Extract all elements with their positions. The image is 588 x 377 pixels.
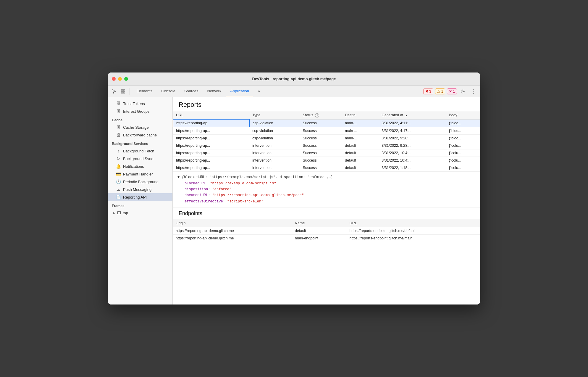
sidebar-item-trust-tokens[interactable]: 🗄 Trust Tokens [108,100,172,107]
col-type: Type [249,111,300,119]
sidebar-section-frames: Frames [108,201,172,209]
db-icon: 🗄 [116,101,121,106]
sidebar-item-interest-groups[interactable]: 🗄 Interest Groups [108,107,172,115]
sidebar-item-push-messaging[interactable]: ☁ Push Messaging [108,186,172,193]
cell-type: intervention [249,164,300,172]
errors2-badge[interactable]: ✖ 1 [447,88,457,94]
errors-badge[interactable]: ✖ 3 [423,88,433,94]
cell-status: Success [300,142,342,149]
minimize-button[interactable] [118,77,122,81]
devtools-window: DevTools - reporting-api-demo.glitch.me/… [108,72,480,304]
table-row[interactable]: https://reporting-ap... csp-violation Su… [173,119,480,127]
sidebar-item-bg-sync[interactable]: ↻ Background Sync [108,155,172,162]
cell-status: Success [300,135,342,142]
ep-cell-name: main-endpoint [292,235,347,242]
cloud-icon: ☁ [116,187,121,192]
svg-rect-3 [123,92,125,93]
cell-url: https://reporting-ap... [173,135,249,142]
sidebar-label-bg-sync: Background Sync [123,157,153,161]
tab-sources[interactable]: Sources [180,86,203,97]
col-status: Status ? [300,111,342,119]
sidebar-label-push: Push Messaging [123,187,151,192]
endpoints-row[interactable]: https://reporting-api-demo.glitch.me def… [173,227,480,235]
endpoints-row[interactable]: https://reporting-api-demo.glitch.me mai… [173,235,480,242]
sync-icon: ↻ [116,156,121,161]
settings-button[interactable] [459,88,467,95]
cell-url: https://reporting-ap... [173,164,249,172]
cursor-icon-btn[interactable] [110,88,118,95]
toolbar-right: ✖ 3 ⚠ 1 ✖ 1 ⋮ [423,87,478,96]
frame-icon: 🗔 [117,211,121,215]
tab-application[interactable]: Application [226,86,253,97]
tab-network[interactable]: Network [203,86,226,97]
main-layout: 🗄 Trust Tokens 🗄 Interest Groups Cache 🗄… [108,97,480,304]
maximize-button[interactable] [124,77,128,81]
sidebar-item-cache-storage[interactable]: 🗄 Cache Storage [108,123,172,131]
kebab-icon: ⋮ [471,88,476,95]
sidebar-label-top: top [123,211,128,215]
updown-icon: ↕ [116,149,121,153]
cell-status: Success [300,149,342,157]
close-button[interactable] [112,77,116,81]
table-row[interactable]: https://reporting-ap... csp-violation Su… [173,135,480,142]
col-url: URL [173,111,249,119]
ep-col-name: Name [292,219,347,227]
sidebar-item-top-frame[interactable]: ▶ 🗔 top [108,209,172,217]
table-row[interactable]: https://reporting-ap... intervention Suc… [173,149,480,157]
cell-status: Success [300,157,342,164]
error2-icon: ✖ [449,89,452,94]
reports-header-row: URL Type Status ? Destin... [173,111,480,119]
cell-dest: default [342,164,379,172]
error-icon: ✖ [425,89,428,94]
endpoints-title: Endpoints [173,207,480,219]
sidebar-item-payment-handler[interactable]: 💳 Payment Handler [108,170,172,178]
status-help-icon[interactable]: ? [315,113,319,117]
sidebar-label-periodic: Periodic Background [123,180,159,184]
sidebar-section-cache: Cache [108,115,172,123]
table-row[interactable]: https://reporting-ap... intervention Suc… [173,142,480,149]
reports-table: URL Type Status ? Destin... [173,111,480,172]
cell-generated: 3/31/2022, 9:28:... [379,142,446,149]
table-row[interactable]: https://reporting-ap... csp-violation Su… [173,127,480,135]
cell-dest: default [342,157,379,164]
tab-elements[interactable]: Elements [132,86,156,97]
sidebar-item-reporting-api[interactable]: 📄 Reporting API [108,193,172,201]
detail-key: effectiveDirective [185,199,223,204]
sidebar-item-back-forward-cache[interactable]: 🗄 Back/forward cache [108,131,172,139]
detail-line: effectiveDirective: "script-src-elem" [177,199,476,204]
cell-dest: main-... [342,135,379,142]
sidebar-item-bg-fetch[interactable]: ↕ Background Fetch [108,147,172,155]
window-title: DevTools - reporting-api-demo.glitch.me/… [252,77,336,81]
sidebar-label-trust-tokens: Trust Tokens [123,102,145,106]
sidebar-item-periodic-bg[interactable]: 🕐 Periodic Background [108,178,172,186]
sidebar: 🗄 Trust Tokens 🗄 Interest Groups Cache 🗄… [108,97,173,304]
detail-value: "https://example.com/script.js" [210,181,276,186]
inspect-icon-btn[interactable] [119,88,127,95]
sidebar-label-bfcache: Back/forward cache [123,133,157,137]
cell-generated: 3/31/2022, 4:17:... [379,127,446,135]
table-row[interactable]: https://reporting-ap... intervention Suc… [173,164,480,172]
endpoints-table: Origin Name URL https://reporting-api-de… [173,219,480,242]
cell-body: {"bloc... [446,135,480,142]
triangle-icon: ▶ [113,211,115,215]
tab-more[interactable]: » [254,86,264,97]
reports-title: Reports [173,97,480,111]
cell-type: csp-violation [249,135,300,142]
detail-value: "enforce" [212,187,232,191]
table-row[interactable]: https://reporting-ap... intervention Suc… [173,157,480,164]
cell-generated: 3/31/2022, 9:28:... [379,135,446,142]
endpoints-header-row: Origin Name URL [173,219,480,227]
warnings-badge[interactable]: ⚠ 1 [435,88,445,94]
cell-dest: main-... [342,119,379,127]
cell-dest: default [342,142,379,149]
toolbar-separator [130,88,130,95]
ep-cell-name: default [292,227,347,235]
cell-type: intervention [249,149,300,157]
more-options-button[interactable]: ⋮ [469,87,478,96]
cell-generated: 3/31/2022, 10:4:... [379,149,446,157]
titlebar: DevTools - reporting-api-demo.glitch.me/… [108,72,480,86]
cell-status: Success [300,127,342,135]
tab-console[interactable]: Console [157,86,180,97]
detail-lines: blockedURL: "https://example.com/script.… [177,181,476,205]
sidebar-item-notifications[interactable]: 🔔 Notifications [108,162,172,170]
